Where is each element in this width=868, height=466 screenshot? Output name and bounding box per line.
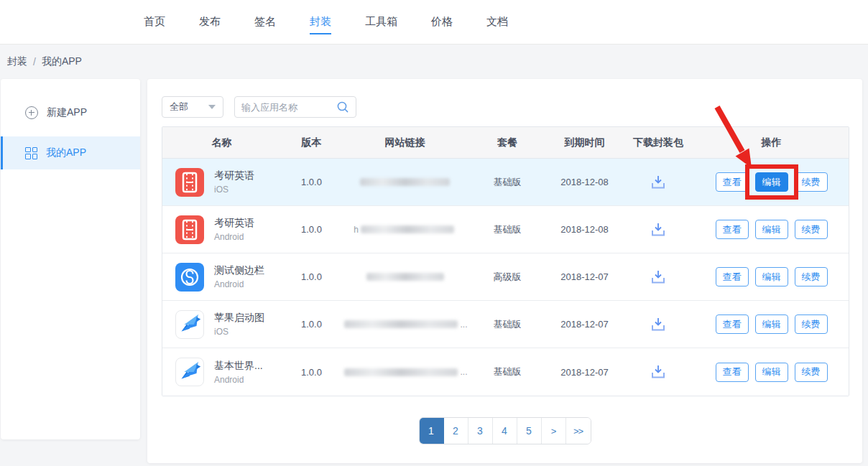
- download-package-button[interactable]: [622, 317, 694, 332]
- film-app-icon: [175, 215, 204, 244]
- annotated-edit-area: 编辑: [755, 172, 788, 192]
- filter-select-value: 全部: [170, 101, 188, 113]
- app-platform: Android: [214, 375, 263, 385]
- renew-button[interactable]: 续费: [795, 314, 828, 334]
- last-page-button[interactable]: >>: [566, 418, 591, 444]
- breadcrumb-separator: /: [33, 56, 36, 67]
- list-toolbar: 全部: [162, 96, 356, 118]
- filter-select[interactable]: 全部: [162, 96, 223, 118]
- blurred-url: [361, 225, 454, 233]
- table-row: 考研英语 Android 1.0.0 h 基础版 2018-12-08: [162, 206, 849, 253]
- col-header-actions: 操作: [694, 136, 849, 149]
- app-platform: iOS: [214, 185, 254, 195]
- sidebar: 新建APP 我的APP: [1, 79, 140, 439]
- nav-item-price[interactable]: 价格: [431, 11, 453, 39]
- page-button-1[interactable]: 1: [420, 418, 444, 444]
- app-plan: 基础版: [468, 223, 547, 236]
- page-button-2[interactable]: 2: [444, 418, 468, 444]
- film-app-icon: [175, 168, 204, 197]
- view-button[interactable]: 查看: [716, 363, 749, 382]
- app-version: 1.0.0: [281, 319, 342, 330]
- download-package-button[interactable]: [622, 222, 694, 238]
- next-page-button[interactable]: >: [542, 418, 566, 444]
- edit-button[interactable]: 编辑: [755, 172, 788, 192]
- download-package-button[interactable]: [622, 269, 694, 285]
- app-name: 考研英语: [214, 217, 254, 230]
- renew-button[interactable]: 续费: [795, 363, 828, 382]
- sidebar-item-my-apps[interactable]: 我的APP: [1, 136, 140, 169]
- app-version: 1.0.0: [281, 177, 342, 187]
- view-button[interactable]: 查看: [716, 314, 749, 334]
- col-header-name: 名称: [162, 136, 281, 149]
- nav-item-home[interactable]: 首页: [144, 11, 165, 39]
- blurred-url: [344, 368, 458, 376]
- col-header-plan: 套餐: [468, 136, 547, 149]
- plus-circle-icon: [25, 106, 38, 119]
- page-button-4[interactable]: 4: [493, 418, 517, 444]
- url-prefix: h: [354, 225, 359, 235]
- edit-button[interactable]: 编辑: [755, 267, 788, 286]
- col-header-expiry: 到期时间: [547, 136, 622, 149]
- breadcrumb-page: 我的APP: [42, 55, 82, 68]
- edit-button[interactable]: 编辑: [755, 363, 788, 382]
- pagination: 1 2 3 4 5 > >>: [419, 417, 591, 444]
- app-plan: 基础版: [468, 318, 547, 331]
- edit-button[interactable]: 编辑: [755, 314, 788, 334]
- col-header-version: 版本: [281, 136, 342, 149]
- search-icon[interactable]: [336, 101, 349, 113]
- sidebar-item-label: 我的APP: [46, 146, 86, 159]
- download-icon: [650, 174, 667, 190]
- col-header-download: 下载封装包: [622, 136, 694, 149]
- search-input[interactable]: [241, 102, 336, 113]
- s-circle-app-icon: [175, 263, 204, 292]
- renew-button[interactable]: 续费: [795, 267, 828, 286]
- search-box: [234, 96, 356, 118]
- expiry-date: 2018-12-07: [547, 319, 622, 330]
- nav-item-docs[interactable]: 文档: [486, 11, 508, 39]
- bird-app-icon: [175, 358, 204, 386]
- blurred-url: [360, 178, 450, 186]
- renew-button[interactable]: 续费: [795, 172, 828, 192]
- download-package-button[interactable]: [622, 364, 694, 380]
- nav-item-package[interactable]: 封装: [310, 11, 331, 39]
- app-plan: 基础版: [468, 176, 547, 189]
- nav-item-toolbox[interactable]: 工具箱: [365, 11, 397, 39]
- breadcrumb: 封装 / 我的APP: [0, 45, 868, 79]
- app-plan: 基础版: [468, 365, 547, 378]
- app-platform: Android: [214, 279, 264, 289]
- download-icon: [650, 364, 667, 380]
- download-icon: [650, 269, 667, 285]
- expiry-date: 2018-12-07: [547, 367, 622, 378]
- nav-item-publish[interactable]: 发布: [199, 11, 221, 39]
- download-package-button[interactable]: [622, 174, 694, 190]
- page-button-3[interactable]: 3: [468, 418, 493, 444]
- breadcrumb-section[interactable]: 封装: [7, 55, 27, 68]
- col-header-url: 网站链接: [342, 136, 468, 149]
- view-button[interactable]: 查看: [716, 220, 749, 239]
- url-suffix: ...: [460, 320, 467, 330]
- sidebar-item-new-app[interactable]: 新建APP: [1, 96, 140, 129]
- app-version: 1.0.0: [281, 224, 342, 235]
- download-icon: [650, 317, 667, 332]
- sidebar-item-label: 新建APP: [47, 106, 87, 119]
- table-row: 基本世界... Android 1.0.0 ... 基础版 2018-12-07: [162, 348, 849, 396]
- view-button[interactable]: 查看: [716, 172, 749, 192]
- download-icon: [650, 222, 667, 238]
- url-suffix: ...: [460, 367, 467, 377]
- table-row: 测试侧边栏 Android 1.0.0 高级版 2018-12-07: [162, 253, 849, 301]
- app-version: 1.0.0: [281, 367, 342, 378]
- blurred-url: [344, 320, 458, 328]
- app-name: 苹果启动图: [214, 312, 264, 325]
- app-platform: iOS: [214, 327, 264, 337]
- renew-button[interactable]: 续费: [795, 220, 828, 239]
- main-panel: 全部 名称 版本 网站链接 套餐 到期时间 下载封装包 操作: [147, 79, 862, 463]
- grid-icon: [25, 147, 37, 159]
- app-platform: Android: [214, 232, 254, 242]
- bird-app-icon: [175, 310, 204, 339]
- page-button-5[interactable]: 5: [517, 418, 542, 444]
- view-button[interactable]: 查看: [716, 267, 749, 286]
- app-name: 基本世界...: [214, 360, 263, 373]
- apps-table: 名称 版本 网站链接 套餐 到期时间 下载封装包 操作 考研: [162, 126, 849, 396]
- nav-item-sign[interactable]: 签名: [254, 11, 276, 39]
- edit-button[interactable]: 编辑: [755, 220, 788, 239]
